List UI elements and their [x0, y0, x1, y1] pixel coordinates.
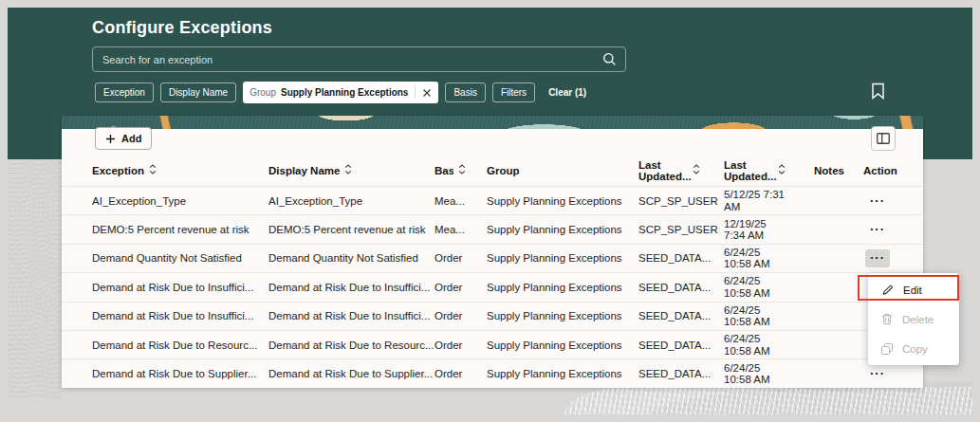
last-updated-on-cell: 6/24/25 10:58 AM — [724, 304, 785, 328]
display-name-cell: Demand at Risk Due to Supplier... — [268, 368, 435, 379]
group-cell: Supply Planning Exceptions — [487, 310, 638, 321]
last-updated-by-cell: SEED_DATA... — [638, 252, 724, 264]
col-header-action: Action — [863, 165, 919, 176]
basis-cell: Order — [435, 339, 487, 351]
menu-item-delete-label: Delete — [902, 314, 934, 325]
search-icon[interactable] — [602, 52, 625, 66]
background-squiggle-pattern — [564, 387, 972, 414]
basis-cell: Order — [435, 368, 487, 379]
group-cell: Supply Planning Exceptions — [487, 282, 638, 293]
sort-icon — [458, 164, 466, 176]
group-cell: Supply Planning Exceptions — [487, 252, 638, 264]
chip-divider — [415, 86, 416, 99]
last-updated-by-cell: SEED_DATA... — [638, 339, 724, 351]
col-header-exception[interactable]: Exception — [92, 164, 268, 176]
row-actions-button[interactable]: ··· — [865, 192, 890, 210]
group-cell: Supply Planning Exceptions — [487, 339, 638, 351]
pencil-icon — [881, 284, 894, 296]
clear-filters-link[interactable]: Clear (1) — [548, 87, 586, 98]
bookmark-icon[interactable] — [871, 83, 885, 102]
exception-cell: Demand Quantity Not Satisfied — [92, 252, 268, 264]
col-header-basis[interactable]: Bas — [435, 164, 487, 176]
menu-item-copy-label: Copy — [902, 343, 928, 355]
chip-filters[interactable]: Filters — [492, 83, 535, 102]
display-name-cell: Demand Quantity Not Satisfied — [268, 252, 435, 264]
add-button-label: Add — [121, 133, 141, 144]
last-updated-on-cell: 6/24/25 10:58 AM — [724, 362, 785, 386]
exception-cell: Demand at Risk Due to Insuffici... — [92, 282, 268, 293]
chip-group-active[interactable]: Group Supply Planning Exceptions — [243, 82, 438, 103]
last-updated-by-cell: SEED_DATA... — [638, 368, 724, 379]
col-header-notes: Notes — [814, 165, 863, 176]
table-row: Demand at Risk Due to Insuffici... Deman… — [62, 272, 923, 301]
chip-group-value: Supply Planning Exceptions — [281, 87, 408, 98]
table-row: Demand Quantity Not Satisfied Demand Qua… — [62, 244, 923, 272]
add-button[interactable]: Add — [95, 127, 152, 150]
exception-cell: DEMO:5 Percent revenue at risk — [92, 224, 268, 235]
basis-cell: Order — [435, 310, 487, 321]
display-name-cell: AI_Exception_Type — [268, 195, 435, 207]
table-row: AI_Exception_Type AI_Exception_Type Mea.… — [62, 186, 923, 214]
search-input[interactable] — [93, 54, 602, 65]
menu-item-edit[interactable]: Edit — [868, 275, 959, 304]
exceptions-table-card: Add Exception Display Name Bas — [62, 116, 923, 388]
sort-icon — [778, 164, 786, 176]
last-updated-on-cell: 6/24/25 10:58 AM — [724, 247, 785, 270]
row-actions-button[interactable]: ··· — [865, 221, 890, 239]
table-row: Demand at Risk Due to Supplier... Demand… — [62, 358, 923, 387]
menu-item-delete: Delete — [868, 304, 959, 334]
plus-icon — [105, 134, 116, 144]
filter-chip-row: Exception Display Name Group Supply Plan… — [95, 82, 586, 103]
exception-cell: AI_Exception_Type — [92, 195, 268, 207]
last-updated-by-cell: SCP_SP_USER — [638, 195, 724, 207]
menu-item-copy: Copy — [868, 334, 959, 363]
chip-close-icon[interactable] — [422, 88, 432, 98]
sort-icon — [344, 164, 352, 176]
row-actions-button[interactable]: ··· — [865, 365, 890, 383]
last-updated-on-cell: 12/19/25 7:34 AM — [724, 218, 785, 242]
group-cell: Supply Planning Exceptions — [487, 368, 638, 379]
trash-icon — [881, 313, 893, 325]
table-header-row: Exception Display Name Bas Group Last Up… — [62, 155, 923, 186]
row-actions-button-open[interactable]: ··· — [865, 249, 890, 267]
page-title: Configure Exceptions — [92, 18, 272, 38]
table-row: Demand at Risk Due to Insuffici... Deman… — [62, 302, 923, 330]
group-cell: Supply Planning Exceptions — [487, 224, 638, 235]
background-swirl-pattern — [8, 159, 62, 398]
chip-basis[interactable]: Basis — [445, 83, 485, 102]
screen: Configure Exceptions Exception Display N… — [0, 0, 980, 422]
exception-search[interactable] — [92, 46, 626, 72]
decorative-banner — [62, 116, 923, 129]
row-actions-menu: Edit Delete Copy — [868, 273, 959, 365]
chip-display-name[interactable]: Display Name — [160, 83, 236, 102]
split-panel-icon — [877, 133, 890, 144]
exception-cell: Demand at Risk Due to Supplier... — [92, 368, 268, 379]
basis-cell: Order — [435, 282, 487, 293]
display-name-cell: Demand at Risk Due to Insuffici... — [268, 310, 435, 321]
col-header-last-updated-by[interactable]: Last Updated... — [638, 159, 724, 182]
basis-cell: Mea... — [435, 195, 487, 207]
last-updated-on-cell: 5/12/25 7:31 AM — [724, 189, 785, 212]
menu-item-edit-label: Edit — [903, 284, 922, 296]
basis-cell: Order — [435, 252, 487, 264]
table-row: Demand at Risk Due to Resourc... Demand … — [62, 330, 923, 358]
last-updated-by-cell: SCP_SP_USER — [638, 224, 724, 235]
basis-cell: Mea... — [435, 224, 487, 235]
chip-exception[interactable]: Exception — [95, 83, 154, 102]
last-updated-by-cell: SEED_DATA... — [638, 282, 724, 293]
col-header-group: Group — [487, 165, 638, 176]
last-updated-on-cell: 6/24/25 10:58 AM — [724, 275, 785, 299]
display-name-cell: Demand at Risk Due to Insuffici... — [268, 282, 435, 293]
manage-columns-button[interactable] — [871, 126, 896, 151]
sort-icon — [149, 164, 157, 176]
last-updated-by-cell: SEED_DATA... — [638, 310, 724, 321]
col-header-last-updated-on[interactable]: Last Updated... — [724, 159, 814, 182]
group-cell: Supply Planning Exceptions — [487, 195, 638, 207]
copy-icon — [881, 343, 893, 355]
exceptions-table: Exception Display Name Bas Group Last Up… — [62, 155, 923, 388]
display-name-cell: DEMO:5 Percent revenue at risk — [268, 224, 435, 235]
exception-cell: Demand at Risk Due to Insuffici... — [92, 310, 268, 321]
sort-icon — [693, 164, 700, 176]
chip-group-prefix: Group — [250, 87, 276, 98]
col-header-display-name[interactable]: Display Name — [268, 164, 435, 176]
